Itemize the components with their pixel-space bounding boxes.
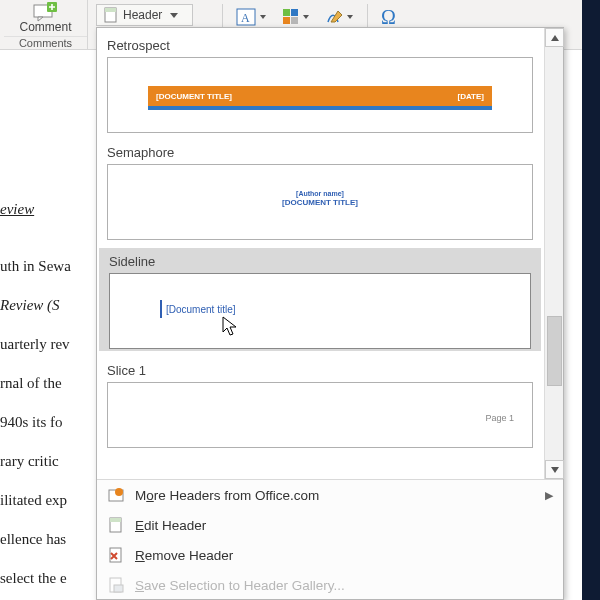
gallery-preview: Page 1 [107,382,533,448]
scroll-down-button[interactable] [545,460,564,479]
arrow-down-icon [551,467,559,473]
header-gallery-dropdown: Retrospect [DOCUMENT TITLE] [DATE] Semap… [96,27,564,600]
menu-remove-header[interactable]: Remove Header [97,540,563,570]
header-page-icon [103,7,119,23]
gallery-preview: [Author name] [DOCUMENT TITLE] [107,164,533,240]
svg-rect-6 [283,9,290,16]
textbox-icon: A [236,7,258,27]
header-dropdown-button[interactable]: Header [96,4,193,26]
caret-down-icon [303,15,309,19]
signature-icon [325,7,345,27]
menu-save-selection: Save Selection to Header Gallery... [97,570,563,600]
gallery-item-label: Semaphore [105,141,535,164]
save-gallery-icon [107,576,125,594]
new-comment-button[interactable]: Comment [4,2,87,34]
gallery-preview: [Document title] [109,273,531,349]
svg-text:A: A [241,11,250,25]
svg-rect-7 [291,9,298,16]
header-button-label: Header [123,8,162,22]
gallery-item-slice1[interactable]: Slice 1 Page 1 [105,359,535,448]
gallery-footer-menu: More Headers from Office.com ▶ Edit Head… [97,479,563,599]
comment-icon [32,2,60,22]
gallery-item-label: Sideline [101,250,539,273]
comment-button-label: Comment [4,20,87,34]
comments-group: Comment Comments [4,0,88,50]
chevron-right-icon: ▶ [545,489,553,502]
gallery-item-retrospect[interactable]: Retrospect [DOCUMENT TITLE] [DATE] [105,34,535,133]
gallery-item-semaphore[interactable]: Semaphore [Author name] [DOCUMENT TITLE] [105,141,535,240]
omega-icon: Ω [379,6,403,28]
gallery-item-label: Slice 1 [105,359,535,382]
gallery-preview: [DOCUMENT TITLE] [DATE] [107,57,533,133]
menu-edit-header[interactable]: Edit Header [97,510,563,540]
caret-down-icon [347,15,353,19]
svg-rect-3 [105,8,116,12]
scroll-thumb[interactable] [547,316,562,386]
caret-down-icon [170,13,178,18]
office-icon [107,486,125,504]
edit-header-icon [107,516,125,534]
svg-rect-14 [110,518,121,522]
gallery-scrollbar[interactable] [544,28,563,479]
mouse-cursor-icon [222,316,240,338]
doc-heading: eview [0,190,96,229]
arrow-up-icon [551,35,559,41]
comments-group-label: Comments [4,36,87,49]
caret-down-icon [260,15,266,19]
gallery-scroll-area: Retrospect [DOCUMENT TITLE] [DATE] Semap… [97,28,543,479]
svg-rect-17 [114,585,123,592]
svg-rect-9 [291,17,298,24]
document-body: eview uth in Sewa Review (S uarterly rev… [0,190,96,598]
svg-rect-8 [283,17,290,24]
gallery-item-label: Retrospect [105,34,535,57]
svg-text:Ω: Ω [381,6,396,28]
scroll-up-button[interactable] [545,28,564,47]
svg-point-12 [115,488,123,496]
remove-header-icon [107,546,125,564]
gallery-item-sideline[interactable]: Sideline [Document title] [99,248,541,351]
quickparts-icon [281,7,301,27]
menu-more-headers[interactable]: More Headers from Office.com ▶ [97,480,563,510]
